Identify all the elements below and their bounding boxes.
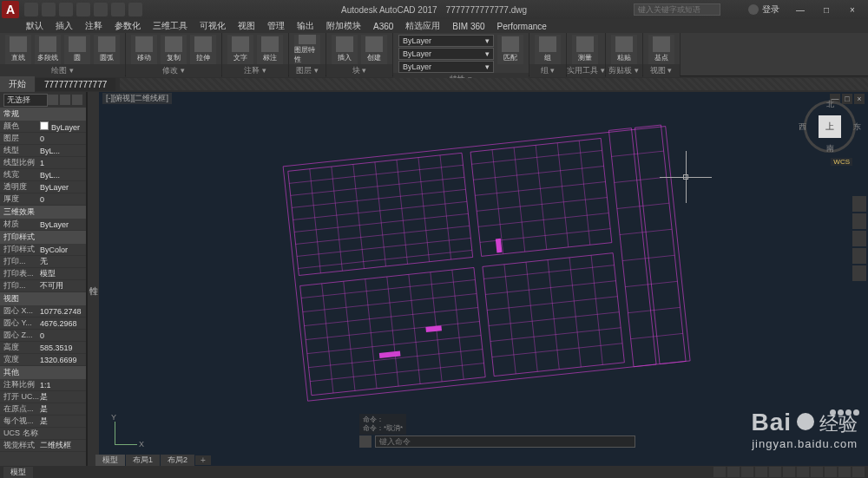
panel-label[interactable]: 组 ▾ xyxy=(529,64,566,77)
palette-section-header[interactable]: 打印样式 xyxy=(0,231,86,244)
layer-dropdown[interactable]: ByLayer▾ xyxy=(398,61,494,73)
layout2-tab[interactable]: 布局2 xyxy=(161,455,194,466)
compass-south[interactable]: 南 xyxy=(826,143,834,154)
panel-label[interactable]: 块 ▾ xyxy=(326,64,392,77)
property-value[interactable]: 1 xyxy=(40,159,82,167)
quick-select-icon[interactable] xyxy=(48,95,58,105)
palette-section-header[interactable]: 三维效果 xyxy=(0,206,86,219)
ribbon-button-组[interactable]: 组 xyxy=(535,35,561,64)
ribbon-button-测量[interactable]: 测量 xyxy=(572,35,598,64)
property-value[interactable]: ByColor xyxy=(40,246,82,254)
property-value[interactable]: ByLayer xyxy=(40,220,82,229)
panel-label[interactable]: 注释 ▾ xyxy=(222,64,288,77)
panel-label[interactable]: 视图 ▾ xyxy=(643,64,680,77)
qat-redo-icon[interactable] xyxy=(128,3,142,16)
property-row[interactable]: 厚度0 xyxy=(0,193,86,206)
property-row[interactable]: 打印...不可用 xyxy=(0,280,86,292)
maximize-button[interactable]: □ xyxy=(814,2,838,17)
property-row[interactable]: 线宽ByL... xyxy=(0,169,86,181)
property-value[interactable]: 无 xyxy=(40,256,82,267)
ribbon-button-圆弧[interactable]: 圆弧 xyxy=(94,35,120,64)
help-search-input[interactable] xyxy=(634,3,720,16)
property-row[interactable]: 打印样式ByColor xyxy=(0,244,86,256)
layer-dropdown[interactable]: ByLayer▾ xyxy=(398,48,494,60)
ribbon-button-圆[interactable]: 圆 xyxy=(64,35,90,64)
nav-showmotion-icon[interactable] xyxy=(852,265,866,281)
property-row[interactable]: 注释比例1:1 xyxy=(0,379,86,391)
property-value[interactable]: 是 xyxy=(40,416,82,427)
ribbon-tab-附加模块[interactable]: 附加模块 xyxy=(321,20,366,32)
property-value[interactable]: 10776.2748 xyxy=(40,307,82,316)
ribbon-tab-注释[interactable]: 注释 xyxy=(80,20,108,32)
login-button[interactable]: 登录 xyxy=(748,2,779,17)
property-value[interactable]: 1320.6699 xyxy=(40,356,82,364)
transparency-toggle-icon[interactable] xyxy=(811,467,823,477)
polar-toggle-icon[interactable] xyxy=(755,467,767,477)
ribbon-tab-BIM 360[interactable]: BIM 360 xyxy=(447,22,490,31)
ribbon-button-直线[interactable]: 直线 xyxy=(5,35,31,64)
property-row[interactable]: 线型ByL... xyxy=(0,145,86,157)
ribbon-tab-精选应用[interactable]: 精选应用 xyxy=(400,20,445,32)
add-layout-button[interactable]: + xyxy=(195,455,211,465)
property-value[interactable]: 模型 xyxy=(40,268,82,279)
command-input[interactable] xyxy=(375,435,635,448)
property-row[interactable]: 高度585.3519 xyxy=(0,342,86,354)
property-row[interactable]: 透明度ByLayer xyxy=(0,181,86,193)
property-row[interactable]: 打开 UC...是 xyxy=(0,391,86,403)
viewcube-top-face[interactable]: 上 xyxy=(819,115,841,138)
select-objects-icon[interactable] xyxy=(60,95,70,105)
app-logo-icon[interactable]: A xyxy=(2,1,19,18)
ribbon-button-标注[interactable]: 标注 xyxy=(257,35,283,64)
nav-wheel-icon[interactable] xyxy=(852,196,866,212)
property-row[interactable]: 每个视...是 xyxy=(0,416,86,428)
property-value[interactable]: 1:1 xyxy=(40,381,82,390)
property-value[interactable]: ByL... xyxy=(40,171,82,180)
workspace-icon[interactable] xyxy=(838,467,851,477)
ribbon-button-移动[interactable]: 移动 xyxy=(131,35,157,64)
qat-new-icon[interactable] xyxy=(24,3,38,16)
property-value[interactable]: 是 xyxy=(40,403,82,415)
wcs-label[interactable]: WCS xyxy=(831,158,852,166)
property-row[interactable]: 圆心 Z...0 xyxy=(0,330,86,342)
qat-print-icon[interactable] xyxy=(94,3,108,16)
ribbon-tab-三维工具[interactable]: 三维工具 xyxy=(148,20,193,32)
ribbon-button-基点[interactable]: 基点 xyxy=(648,35,674,64)
compass-east[interactable]: 东 xyxy=(853,121,861,133)
panel-label[interactable]: 绘图 ▾ xyxy=(0,64,125,77)
otrack-toggle-icon[interactable] xyxy=(783,467,795,477)
osnap-toggle-icon[interactable] xyxy=(769,467,781,477)
lineweight-toggle-icon[interactable] xyxy=(797,467,809,477)
ribbon-tab-输出[interactable]: 输出 xyxy=(292,20,319,32)
drawing-viewport[interactable]: [-][俯视][二维线框] — □ × xyxy=(99,92,868,466)
property-row[interactable]: 材质ByLayer xyxy=(0,219,86,231)
property-value[interactable]: 585.3519 xyxy=(40,344,82,352)
palette-title-bar[interactable]: 特性 xyxy=(87,92,99,466)
property-value[interactable]: 不可用 xyxy=(40,280,82,291)
ribbon-tab-Performance[interactable]: Performance xyxy=(492,22,552,31)
ribbon-tab-A360[interactable]: A360 xyxy=(368,22,398,31)
property-row[interactable]: 圆心 Y...4676.2968 xyxy=(0,318,86,330)
property-row[interactable]: 在原点...是 xyxy=(0,403,86,416)
property-row[interactable]: 圆心 X...10776.2748 xyxy=(0,305,86,318)
qat-save-icon[interactable] xyxy=(59,3,73,16)
ribbon-tab-视图[interactable]: 视图 xyxy=(233,20,260,32)
property-value[interactable]: ByLayer xyxy=(40,121,82,132)
ortho-toggle-icon[interactable] xyxy=(741,467,753,477)
property-row[interactable]: 视觉样式二维线框 xyxy=(0,440,86,452)
match-properties-button[interactable]: 匹配 xyxy=(497,35,523,64)
palette-section-header[interactable]: 常规 xyxy=(0,108,86,121)
property-value[interactable]: 是 xyxy=(40,391,82,403)
nav-zoom-icon[interactable] xyxy=(852,231,866,246)
ribbon-button-文字[interactable]: 文字 xyxy=(227,35,253,64)
drawing-tab[interactable]: 7777777777777 xyxy=(36,78,115,91)
property-row[interactable]: 打印...无 xyxy=(0,256,86,268)
drawing-canvas[interactable] xyxy=(99,92,868,466)
annotation-scale-icon[interactable] xyxy=(825,467,837,477)
palette-section-header[interactable]: 其他 xyxy=(0,366,86,379)
property-value[interactable]: ByLayer xyxy=(40,183,82,192)
panel-label[interactable]: 图层 ▾ xyxy=(289,64,326,77)
ribbon-tab-默认[interactable]: 默认 xyxy=(21,20,49,32)
nav-pan-icon[interactable] xyxy=(852,213,866,229)
qat-saveas-icon[interactable] xyxy=(76,3,90,16)
ribbon-button-图层特性[interactable]: 图层特性 xyxy=(294,35,320,64)
